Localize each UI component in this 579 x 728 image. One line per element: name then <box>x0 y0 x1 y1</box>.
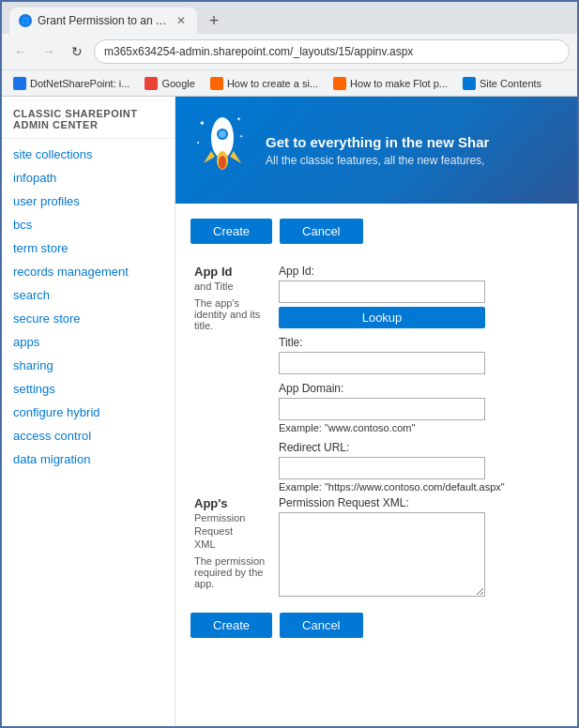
forward-button[interactable]: → <box>38 40 60 63</box>
create-button-bottom[interactable]: Create <box>190 613 272 638</box>
address-input[interactable] <box>94 39 570 64</box>
bookmark-google[interactable]: Google <box>141 75 198 92</box>
tab-close-button[interactable]: ✕ <box>175 14 188 27</box>
sidebar-item-search[interactable]: search <box>2 283 175 307</box>
bookmarks-bar: DotNetSharePoint: i... Google How to cre… <box>2 69 577 96</box>
app-domain-example: Example: "www.contoso.com" <box>279 422 558 433</box>
sidebar-header: Classic SharePoint admin center <box>2 104 175 139</box>
refresh-button[interactable]: ↻ <box>66 40 88 63</box>
sidebar-item-configure-hybrid[interactable]: configure hybrid <box>2 401 175 424</box>
new-tab-button[interactable]: + <box>201 8 227 34</box>
sidebar-item-infopath[interactable]: infopath <box>2 166 175 190</box>
main-content: ✦ ✦ ✦ ✦ Get to everything in the new Sha… <box>175 97 577 728</box>
title-field-label: Title: <box>279 336 558 349</box>
form-table: App Id and Title The app's identity and … <box>190 263 562 601</box>
sidebar-item-apps[interactable]: apps <box>2 330 175 354</box>
sidebar-item-site-collections[interactable]: site collections <box>2 143 175 166</box>
sidebar-item-bcs[interactable]: bcs <box>2 213 175 236</box>
app-id-input[interactable] <box>279 281 485 303</box>
app-id-field-label: App Id: <box>279 265 558 278</box>
top-button-row: Create Cancel <box>190 219 562 244</box>
bookmark-label: DotNetSharePoint: i... <box>30 78 130 89</box>
bookmark-site-contents[interactable]: Site Contents <box>459 75 545 92</box>
svg-text:✦: ✦ <box>239 133 243 139</box>
permission-label-cell: App's Permission Request XML The permiss… <box>190 494 275 601</box>
svg-marker-4 <box>230 151 241 163</box>
tab-bar: 🌐 Grant Permission to an App ✕ + <box>2 2 577 34</box>
form-area: Create Cancel App Id and Title The app's… <box>175 219 577 672</box>
cancel-button-top[interactable]: Cancel <box>280 219 362 244</box>
bookmark-favicon <box>333 77 346 90</box>
svg-point-2 <box>219 130 226 138</box>
app-domain-field-label: App Domain: <box>279 382 558 395</box>
banner-title: Get to everything in the new Shar <box>266 134 489 150</box>
permission-xml-textarea[interactable] <box>279 512 485 597</box>
banner-subtitle: All the classic features, all the new fe… <box>266 154 489 167</box>
app-id-field-cell: App Id: Lookup Title: App Domain: Exampl… <box>275 263 562 494</box>
bookmark-favicon <box>210 77 223 90</box>
bookmark-flot[interactable]: How to make Flot p... <box>329 75 451 92</box>
create-button-top[interactable]: Create <box>190 219 272 244</box>
svg-marker-3 <box>204 151 215 163</box>
bookmark-favicon <box>145 77 158 90</box>
bookmark-label: How to make Flot p... <box>350 78 448 89</box>
address-bar: ← → ↻ <box>2 34 577 69</box>
permission-xml-label: Permission Request XML: <box>279 496 558 509</box>
upgrade-banner: ✦ ✦ ✦ ✦ Get to everything in the new Sha… <box>175 97 577 204</box>
back-button[interactable]: ← <box>9 40 32 63</box>
app-id-label-cell: App Id and Title The app's identity and … <box>190 263 275 494</box>
cancel-button-bottom[interactable]: Cancel <box>280 613 362 638</box>
bookmark-label: Google <box>161 78 194 89</box>
active-tab[interactable]: 🌐 Grant Permission to an App ✕ <box>9 8 197 34</box>
permission-description: The permission required by the app. <box>194 555 271 589</box>
bookmark-favicon <box>463 77 476 90</box>
app-id-sub-label: and Title <box>194 281 271 292</box>
permission-xml-field-cell: Permission Request XML: <box>275 494 562 601</box>
bottom-button-row: Create Cancel <box>190 613 562 638</box>
bookmark-favicon <box>13 77 26 90</box>
bookmark-label: How to create a si... <box>227 78 318 89</box>
app-domain-input[interactable] <box>279 398 485 420</box>
sidebar-item-term-store[interactable]: term store <box>2 236 175 260</box>
permission-sub-label3: XML <box>194 538 271 550</box>
svg-point-6 <box>219 156 226 169</box>
browser-chrome: 🌐 Grant Permission to an App ✕ + ← → ↻ D… <box>2 2 577 97</box>
permission-sub-label2: Request <box>194 525 271 537</box>
sidebar-item-access-control[interactable]: access control <box>2 424 175 447</box>
permission-sub-label1: Permission <box>194 512 271 523</box>
app-id-description: The app's identity and its title. <box>194 297 271 331</box>
sidebar-item-sharing[interactable]: sharing <box>2 354 175 377</box>
banner-rocket-icon: ✦ ✦ ✦ ✦ <box>194 112 251 189</box>
tab-label: Grant Permission to an App <box>38 14 169 27</box>
redirect-url-field-label: Redirect URL: <box>279 441 558 454</box>
sidebar-item-settings[interactable]: settings <box>2 377 175 401</box>
app-id-main-label: App Id <box>194 265 271 279</box>
svg-text:✦: ✦ <box>236 116 241 122</box>
sidebar-item-data-migration[interactable]: data migration <box>2 447 175 471</box>
bookmark-label: Site Contents <box>480 78 541 89</box>
sidebar-item-records-management[interactable]: records management <box>2 260 175 283</box>
sidebar-item-secure-store[interactable]: secure store <box>2 307 175 330</box>
lookup-button[interactable]: Lookup <box>279 307 485 328</box>
svg-text:✦: ✦ <box>199 119 206 128</box>
bookmark-create-site[interactable]: How to create a si... <box>206 75 322 92</box>
svg-text:✦: ✦ <box>196 140 200 145</box>
page-content: Classic SharePoint admin center site col… <box>2 97 577 728</box>
banner-text: Get to everything in the new Shar All th… <box>266 134 489 167</box>
tab-favicon: 🌐 <box>19 14 32 27</box>
redirect-url-input[interactable] <box>279 457 485 479</box>
sidebar-item-user-profiles[interactable]: user profiles <box>2 190 175 213</box>
title-input[interactable] <box>279 352 485 374</box>
redirect-url-example: Example: "https://www.contoso.com/defaul… <box>279 481 558 493</box>
sidebar: Classic SharePoint admin center site col… <box>2 97 175 728</box>
bookmark-dotnetsharepoint[interactable]: DotNetSharePoint: i... <box>9 75 133 92</box>
permission-main-label: App's <box>194 496 271 510</box>
